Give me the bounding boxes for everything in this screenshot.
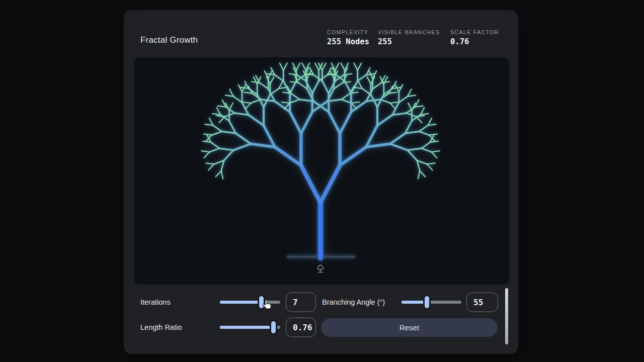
controls-scrollbar[interactable] <box>505 288 508 344</box>
page-title: Fractal Growth <box>140 35 198 45</box>
fractal-growth-app-window: Fractal Growth COMPLEXITY 255 Nodes VISI… <box>124 10 518 354</box>
stat-scale-factor-value: 0.76 <box>450 37 499 46</box>
tree-icon <box>315 263 326 275</box>
stat-visible-branches-value: 255 <box>378 37 440 46</box>
length-ratio-label: Length Ratio <box>140 323 182 331</box>
iterations-value-input[interactable]: 7 <box>286 293 316 312</box>
fractal-canvas[interactable] <box>134 57 509 285</box>
iterations-label: Iterations <box>140 298 171 306</box>
branching-angle-value-input[interactable]: 55 <box>466 293 498 312</box>
stat-complexity-value: 255 Nodes <box>327 37 369 46</box>
stat-visible-branches-label: VISIBLE BRANCHES <box>378 29 440 35</box>
stat-visible-branches: VISIBLE BRANCHES 255 <box>378 29 440 46</box>
iterations-slider[interactable] <box>220 295 280 310</box>
stat-scale-factor-label: SCALE FACTOR <box>450 29 499 35</box>
stat-scale-factor: SCALE FACTOR 0.76 <box>450 29 499 46</box>
branching-angle-slider[interactable] <box>401 295 461 310</box>
iterations-slider-thumb[interactable] <box>258 295 265 310</box>
length-ratio-slider-thumb[interactable] <box>270 320 277 335</box>
stat-complexity-label: COMPLEXITY <box>327 29 369 35</box>
length-ratio-value-input[interactable]: 0.76 <box>286 318 316 337</box>
slider-fill <box>220 301 261 304</box>
length-ratio-slider[interactable] <box>220 320 280 335</box>
branching-angle-slider-thumb[interactable] <box>423 295 431 310</box>
stat-complexity: COMPLEXITY 255 Nodes <box>327 29 369 46</box>
fractal-tree-svg <box>134 57 509 285</box>
branching-angle-label: Branching Angle (°) <box>322 298 385 306</box>
reset-button[interactable]: Reset <box>321 318 498 337</box>
slider-fill <box>220 326 273 329</box>
